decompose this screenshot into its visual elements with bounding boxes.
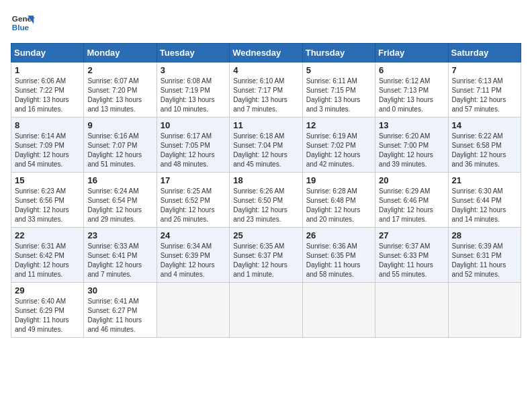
day-info: Sunrise: 6:34 AMSunset: 6:39 PMDaylight:… [161,242,226,279]
calendar-cell: 28Sunrise: 6:39 AMSunset: 6:31 PMDayligh… [448,228,521,283]
calendar-cell: 9Sunrise: 6:16 AMSunset: 7:07 PMDaylight… [84,118,157,173]
day-number: 26 [306,230,371,240]
week-row-0: 1Sunrise: 6:06 AMSunset: 7:22 PMDaylight… [11,62,521,118]
svg-text:Blue: Blue [12,23,30,32]
day-info: Sunrise: 6:40 AMSunset: 6:29 PMDaylight:… [15,297,80,334]
calendar-cell [448,283,521,338]
day-info: Sunrise: 6:14 AMSunset: 7:09 PMDaylight:… [15,132,80,169]
day-number: 18 [233,175,298,185]
calendar-cell: 13Sunrise: 6:20 AMSunset: 7:00 PMDayligh… [375,118,448,173]
day-info: Sunrise: 6:10 AMSunset: 7:17 PMDaylight:… [233,77,298,114]
day-info: Sunrise: 6:41 AMSunset: 6:27 PMDaylight:… [87,297,152,334]
day-number: 5 [306,65,371,75]
calendar-cell [375,283,448,338]
calendar-cell: 20Sunrise: 6:29 AMSunset: 6:46 PMDayligh… [375,173,448,228]
calendar-cell: 10Sunrise: 6:17 AMSunset: 7:05 PMDayligh… [157,118,229,173]
col-header-tuesday: Tuesday [157,44,229,62]
day-info: Sunrise: 6:13 AMSunset: 7:11 PMDaylight:… [452,77,517,114]
week-row-2: 15Sunrise: 6:23 AMSunset: 6:56 PMDayligh… [11,173,521,228]
calendar-cell: 5Sunrise: 6:11 AMSunset: 7:15 PMDaylight… [302,62,375,118]
col-header-saturday: Saturday [448,44,521,62]
day-info: Sunrise: 6:33 AMSunset: 6:41 PMDaylight:… [87,242,152,279]
day-number: 23 [87,230,152,240]
col-header-thursday: Thursday [302,44,375,62]
day-info: Sunrise: 6:30 AMSunset: 6:44 PMDaylight:… [452,187,517,224]
calendar-cell: 3Sunrise: 6:08 AMSunset: 7:19 PMDaylight… [157,62,229,118]
calendar-cell: 7Sunrise: 6:13 AMSunset: 7:11 PMDaylight… [448,62,521,118]
day-info: Sunrise: 6:07 AMSunset: 7:20 PMDaylight:… [87,77,152,114]
day-number: 25 [233,230,298,240]
day-number: 21 [452,175,517,185]
col-header-friday: Friday [375,44,448,62]
day-info: Sunrise: 6:23 AMSunset: 6:56 PMDaylight:… [15,187,80,224]
day-number: 1 [15,65,80,75]
day-info: Sunrise: 6:35 AMSunset: 6:37 PMDaylight:… [233,242,298,279]
calendar-cell: 6Sunrise: 6:12 AMSunset: 7:13 PMDaylight… [375,62,448,118]
calendar-cell: 4Sunrise: 6:10 AMSunset: 7:17 PMDaylight… [230,62,302,118]
day-info: Sunrise: 6:17 AMSunset: 7:05 PMDaylight:… [161,132,226,169]
day-info: Sunrise: 6:39 AMSunset: 6:31 PMDaylight:… [452,242,517,279]
calendar-cell: 11Sunrise: 6:18 AMSunset: 7:04 PMDayligh… [230,118,302,173]
day-number: 7 [452,65,517,75]
page-header: General Blue [11,11,521,35]
day-info: Sunrise: 6:26 AMSunset: 6:50 PMDaylight:… [233,187,298,224]
day-info: Sunrise: 6:19 AMSunset: 7:02 PMDaylight:… [306,132,371,169]
day-info: Sunrise: 6:16 AMSunset: 7:07 PMDaylight:… [87,132,152,169]
day-number: 27 [379,230,444,240]
col-header-monday: Monday [84,44,157,62]
calendar-cell: 17Sunrise: 6:25 AMSunset: 6:52 PMDayligh… [157,173,229,228]
day-number: 13 [379,120,444,130]
calendar-cell: 23Sunrise: 6:33 AMSunset: 6:41 PMDayligh… [84,228,157,283]
week-row-3: 22Sunrise: 6:31 AMSunset: 6:42 PMDayligh… [11,228,521,283]
header-row: SundayMondayTuesdayWednesdayThursdayFrid… [11,44,521,62]
day-number: 14 [452,120,517,130]
calendar-cell [302,283,375,338]
calendar-cell: 2Sunrise: 6:07 AMSunset: 7:20 PMDaylight… [84,62,157,118]
day-info: Sunrise: 6:28 AMSunset: 6:48 PMDaylight:… [306,187,371,224]
day-number: 16 [87,175,152,185]
calendar-cell: 12Sunrise: 6:19 AMSunset: 7:02 PMDayligh… [302,118,375,173]
day-info: Sunrise: 6:20 AMSunset: 7:00 PMDaylight:… [379,132,444,169]
day-info: Sunrise: 6:36 AMSunset: 6:35 PMDaylight:… [306,242,371,279]
day-number: 11 [233,120,298,130]
calendar-cell: 22Sunrise: 6:31 AMSunset: 6:42 PMDayligh… [11,228,84,283]
day-number: 3 [161,65,226,75]
day-number: 10 [161,120,226,130]
day-number: 2 [87,65,152,75]
col-header-wednesday: Wednesday [230,44,302,62]
day-number: 8 [15,120,80,130]
day-number: 20 [379,175,444,185]
calendar-cell: 8Sunrise: 6:14 AMSunset: 7:09 PMDaylight… [11,118,84,173]
calendar-cell: 27Sunrise: 6:37 AMSunset: 6:33 PMDayligh… [375,228,448,283]
day-number: 24 [161,230,226,240]
calendar-cell: 1Sunrise: 6:06 AMSunset: 7:22 PMDaylight… [11,62,84,118]
calendar-table: SundayMondayTuesdayWednesdayThursdayFrid… [11,43,521,338]
calendar-cell: 21Sunrise: 6:30 AMSunset: 6:44 PMDayligh… [448,173,521,228]
calendar-cell: 19Sunrise: 6:28 AMSunset: 6:48 PMDayligh… [302,173,375,228]
day-number: 19 [306,175,371,185]
calendar-cell: 29Sunrise: 6:40 AMSunset: 6:29 PMDayligh… [11,283,84,338]
logo: General Blue [11,11,35,35]
day-info: Sunrise: 6:18 AMSunset: 7:04 PMDaylight:… [233,132,298,169]
day-info: Sunrise: 6:08 AMSunset: 7:19 PMDaylight:… [161,77,226,114]
calendar-cell: 26Sunrise: 6:36 AMSunset: 6:35 PMDayligh… [302,228,375,283]
day-number: 4 [233,65,298,75]
calendar-cell: 14Sunrise: 6:22 AMSunset: 6:58 PMDayligh… [448,118,521,173]
day-number: 22 [15,230,80,240]
day-number: 6 [379,65,444,75]
calendar-cell: 25Sunrise: 6:35 AMSunset: 6:37 PMDayligh… [230,228,302,283]
day-number: 9 [87,120,152,130]
calendar-cell: 18Sunrise: 6:26 AMSunset: 6:50 PMDayligh… [230,173,302,228]
calendar-cell: 16Sunrise: 6:24 AMSunset: 6:54 PMDayligh… [84,173,157,228]
col-header-sunday: Sunday [11,44,84,62]
calendar-cell: 24Sunrise: 6:34 AMSunset: 6:39 PMDayligh… [157,228,229,283]
day-info: Sunrise: 6:29 AMSunset: 6:46 PMDaylight:… [379,187,444,224]
day-number: 17 [161,175,226,185]
day-info: Sunrise: 6:25 AMSunset: 6:52 PMDaylight:… [161,187,226,224]
day-info: Sunrise: 6:37 AMSunset: 6:33 PMDaylight:… [379,242,444,279]
day-number: 28 [452,230,517,240]
day-info: Sunrise: 6:24 AMSunset: 6:54 PMDaylight:… [87,187,152,224]
calendar-cell: 30Sunrise: 6:41 AMSunset: 6:27 PMDayligh… [84,283,157,338]
day-info: Sunrise: 6:06 AMSunset: 7:22 PMDaylight:… [15,77,80,114]
logo-icon: General Blue [11,11,35,35]
